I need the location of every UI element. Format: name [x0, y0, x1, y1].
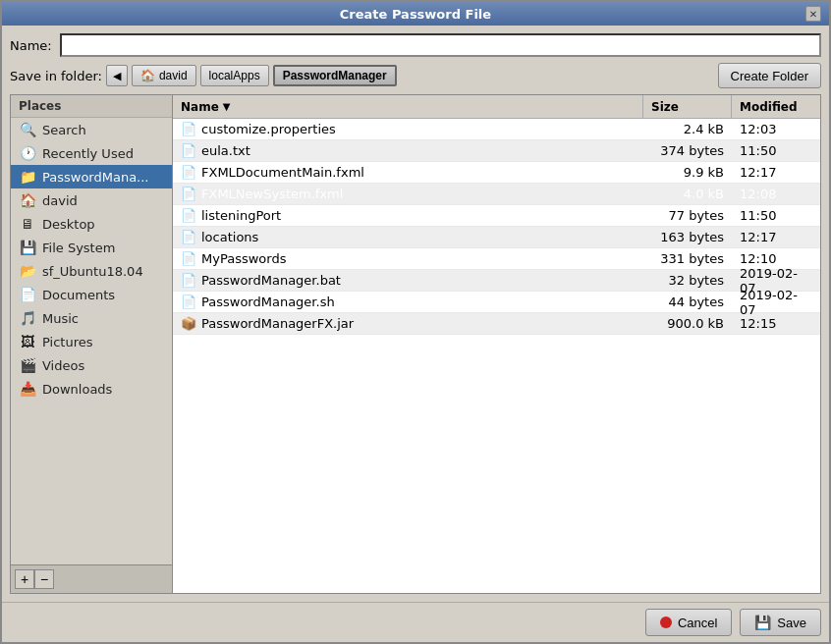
videos-icon: 🎬	[19, 356, 36, 374]
file-icon: 📦	[181, 316, 196, 332]
sidebar-item-label: Music	[42, 311, 79, 326]
table-row[interactable]: 📄listeningPort77 bytes11:50	[173, 205, 820, 227]
david-icon: 🏠	[19, 191, 36, 209]
save-icon: 💾	[754, 615, 771, 630]
breadcrumb-localapps[interactable]: localApps	[200, 65, 269, 86]
table-row[interactable]: 📄MyPasswords331 bytes12:10	[173, 248, 820, 270]
table-row[interactable]: 📄PasswordManager.bat32 bytes2019-02-07	[173, 270, 820, 292]
file-name-cell: 📄PasswordManager.bat	[173, 273, 643, 289]
table-row[interactable]: 📄eula.txt374 bytes11:50	[173, 140, 820, 162]
pictures-icon: 🖼	[19, 333, 36, 350]
table-row[interactable]: 📄customize.properties2.4 kB12:03	[173, 119, 820, 140]
file-name-cell: 📄FXMLNewSystem.fxml	[173, 187, 643, 202]
documents-icon: 📄	[19, 286, 36, 303]
sidebar-item-label: sf_Ubuntu18.04	[42, 264, 143, 279]
name-label: Name:	[10, 38, 52, 53]
back-button[interactable]: ◀	[106, 65, 128, 86]
file-name: FXMLNewSystem.fxml	[201, 187, 343, 201]
file-size-cell: 32 bytes	[643, 273, 732, 288]
file-name-cell: 📄listeningPort	[173, 208, 643, 224]
file-name: eula.txt	[201, 143, 250, 158]
column-size-header[interactable]: Size	[643, 95, 732, 118]
file-modified-cell: 2019-02-07	[732, 288, 820, 317]
file-icon: 📄	[181, 187, 196, 202]
file-name: FXMLDocumentMain.fxml	[201, 165, 364, 180]
table-row[interactable]: 📄PasswordManager.sh44 bytes2019-02-07	[173, 292, 820, 313]
sidebar-item-desktop[interactable]: 🖥Desktop	[11, 212, 172, 236]
table-row[interactable]: 📄FXMLNewSystem.fxml4.0 kB12:08	[173, 184, 820, 205]
file-modified-cell: 12:15	[732, 316, 820, 331]
sidebar-item-downloads[interactable]: 📥Downloads	[11, 377, 172, 401]
sidebar-footer: + −	[11, 564, 172, 593]
remove-place-button[interactable]: −	[34, 569, 54, 589]
file-size-cell: 900.0 kB	[643, 316, 732, 331]
name-row: Name:	[10, 33, 821, 57]
file-modified-cell: 11:50	[732, 208, 820, 223]
file-name: PasswordManager.sh	[201, 295, 335, 309]
table-row[interactable]: 📄locations163 bytes12:17	[173, 227, 820, 248]
sidebar-item-david[interactable]: 🏠david	[11, 188, 172, 212]
sidebar-item-search[interactable]: 🔍Search	[11, 118, 172, 141]
breadcrumb-david[interactable]: 🏠 david	[132, 65, 196, 86]
sidebar-item-label: Recently Used	[42, 146, 134, 161]
file-modified-cell: 12:08	[732, 187, 820, 201]
file-modified-cell: 12:17	[732, 230, 820, 244]
file-icon: 📄	[181, 273, 196, 289]
desktop-icon: 🖥	[19, 215, 36, 233]
table-row[interactable]: 📦PasswordManagerFX.jar900.0 kB12:15	[173, 313, 820, 335]
cancel-button[interactable]: Cancel	[645, 609, 732, 636]
column-name-header[interactable]: Name ▼	[173, 95, 643, 118]
file-size-cell: 77 bytes	[643, 208, 732, 223]
sidebar-item-recently-used[interactable]: 🕐Recently Used	[11, 141, 172, 165]
sidebar-item-file-system[interactable]: 💾File System	[11, 236, 172, 259]
dialog-content: Name: Save in folder: ◀ 🏠 david localApp…	[2, 26, 829, 602]
sidebar-item-videos[interactable]: 🎬Videos	[11, 353, 172, 377]
folder-row: Save in folder: ◀ 🏠 david localApps Pass…	[10, 63, 821, 88]
sidebar-item-documents[interactable]: 📄Documents	[11, 283, 172, 306]
sidebar-item-label: File System	[42, 241, 115, 255]
save-in-label: Save in folder:	[10, 69, 102, 83]
file-header: Name ▼ Size Modified	[173, 95, 820, 119]
sidebar-item-password-manager[interactable]: 📁PasswordMana...	[11, 165, 172, 188]
file-name-cell: 📄locations	[173, 230, 643, 245]
main-area: Places 🔍Search🕐Recently Used📁PasswordMan…	[10, 94, 821, 594]
sidebar-item-label: Desktop	[42, 217, 95, 232]
table-row[interactable]: 📄FXMLDocumentMain.fxml9.9 kB12:17	[173, 162, 820, 184]
file-icon: 📄	[181, 122, 196, 137]
sidebar-item-label: Downloads	[42, 382, 112, 397]
breadcrumb-passwordmanager[interactable]: PasswordManager	[273, 65, 397, 86]
downloads-icon: 📥	[19, 380, 36, 398]
david-icon: 🏠	[140, 69, 155, 82]
file-size-cell: 163 bytes	[643, 230, 732, 244]
close-button[interactable]: ✕	[805, 6, 821, 22]
file-name: MyPasswords	[201, 251, 286, 266]
file-icon: 📄	[181, 165, 196, 181]
add-place-button[interactable]: +	[15, 569, 34, 589]
dialog-footer: Cancel 💾 Save	[2, 602, 829, 642]
file-modified-cell: 11:50	[732, 143, 820, 158]
sidebar-item-pictures[interactable]: 🖼Pictures	[11, 330, 172, 353]
sidebar: Places 🔍Search🕐Recently Used📁PasswordMan…	[11, 95, 173, 593]
file-icon: 📄	[181, 295, 196, 310]
name-input[interactable]	[60, 33, 821, 57]
column-modified-header[interactable]: Modified	[732, 95, 820, 118]
sidebar-item-music[interactable]: 🎵Music	[11, 306, 172, 330]
save-button[interactable]: 💾 Save	[740, 609, 821, 636]
create-folder-button[interactable]: Create Folder	[718, 63, 821, 88]
sort-arrow: ▼	[223, 101, 231, 112]
sidebar-item-label: Search	[42, 123, 86, 137]
file-system-icon: 💾	[19, 239, 36, 256]
sidebar-item-label: PasswordMana...	[42, 170, 149, 185]
file-name-cell: 📄customize.properties	[173, 122, 643, 137]
file-icon: 📄	[181, 251, 196, 267]
file-name: listeningPort	[201, 208, 281, 223]
file-size-cell: 331 bytes	[643, 251, 732, 266]
file-name-cell: 📄eula.txt	[173, 143, 643, 159]
file-name-cell: 📄PasswordManager.sh	[173, 295, 643, 310]
file-size-cell: 9.9 kB	[643, 165, 732, 180]
file-size-cell: 2.4 kB	[643, 122, 732, 136]
sidebar-item-label: david	[42, 193, 78, 208]
file-name-cell: 📄MyPasswords	[173, 251, 643, 267]
file-name-cell: 📄FXMLDocumentMain.fxml	[173, 165, 643, 181]
sidebar-item-sf-ubuntu[interactable]: 📂sf_Ubuntu18.04	[11, 259, 172, 283]
